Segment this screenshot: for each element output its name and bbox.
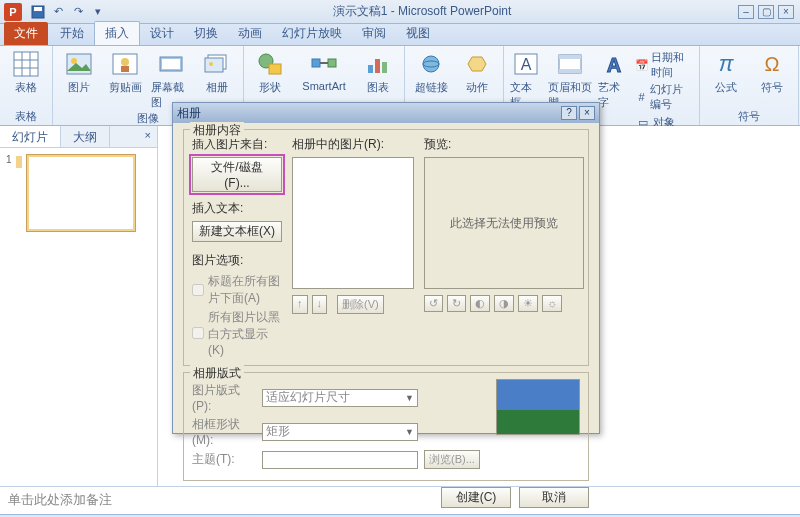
new-textbox-button[interactable]: 新建文本框(X) xyxy=(192,221,282,242)
picture-button[interactable]: 图片 xyxy=(59,50,99,95)
picture-icon xyxy=(65,50,93,78)
shapes-button[interactable]: 形状 xyxy=(250,50,290,95)
undo-icon[interactable]: ↶ xyxy=(50,4,66,20)
tab-animation[interactable]: 动画 xyxy=(228,22,272,45)
cancel-button[interactable]: 取消 xyxy=(519,487,589,508)
save-icon[interactable] xyxy=(30,4,46,20)
remove-button[interactable]: 删除(V) xyxy=(337,295,384,314)
symbol-icon: Ω xyxy=(758,50,786,78)
rotate-left-button[interactable]: ↺ xyxy=(424,295,443,312)
browse-button[interactable]: 浏览(B)... xyxy=(424,450,480,469)
datetime-icon: 📅 xyxy=(635,57,649,73)
textbox-button[interactable]: A文本框 xyxy=(510,50,542,110)
redo-icon[interactable]: ↷ xyxy=(70,4,86,20)
svg-text:A: A xyxy=(606,54,620,76)
slide-thumbnails: 1 xyxy=(0,148,157,486)
label: 图片选项: xyxy=(192,252,282,269)
tab-file[interactable]: 文件 xyxy=(4,22,48,45)
tab-home[interactable]: 开始 xyxy=(50,22,94,45)
minimize-button[interactable]: – xyxy=(738,5,754,19)
caption-checkbox[interactable]: 标题在所有图片下面(A) xyxy=(192,273,282,307)
dialog-title: 相册 xyxy=(177,105,201,122)
tab-insert[interactable]: 插入 xyxy=(94,21,140,45)
file-disk-button[interactable]: 文件/磁盘(F)... xyxy=(192,157,282,192)
group-legend: 相册版式 xyxy=(190,365,244,382)
album-dialog: 相册 ? × 相册内容 插入图片来自: 文件/磁盘(F)... 插入文本: 新建… xyxy=(172,102,600,434)
screenshot-icon xyxy=(157,50,185,78)
tab-outline[interactable]: 大纲 xyxy=(61,126,110,147)
chart-icon xyxy=(364,50,392,78)
group-label: 符号 xyxy=(706,108,792,125)
action-icon xyxy=(463,50,491,78)
brightness-down-button[interactable]: ☼ xyxy=(542,295,562,312)
group-legend: 相册内容 xyxy=(190,122,244,139)
dialog-help-button[interactable]: ? xyxy=(561,106,577,120)
tab-slideshow[interactable]: 幻灯片放映 xyxy=(272,22,352,45)
create-button[interactable]: 创建(C) xyxy=(441,487,511,508)
equation-icon: π xyxy=(712,50,740,78)
dialog-titlebar: 相册 ? × xyxy=(173,103,599,123)
slide-preview xyxy=(26,154,136,232)
label: 主题(T): xyxy=(192,451,256,468)
equation-button[interactable]: π公式 xyxy=(706,50,746,95)
datetime-button[interactable]: 📅日期和时间 xyxy=(635,50,693,80)
svg-rect-18 xyxy=(269,64,281,74)
svg-rect-2 xyxy=(14,52,38,76)
svg-rect-20 xyxy=(328,59,336,67)
svg-rect-15 xyxy=(205,58,223,72)
pane-close-icon[interactable]: × xyxy=(139,126,157,147)
headerfooter-button[interactable]: 页眉和页脚 xyxy=(548,50,592,110)
album-content-group: 相册内容 插入图片来自: 文件/磁盘(F)... 插入文本: 新建文本框(X) … xyxy=(183,129,589,366)
tab-review[interactable]: 审阅 xyxy=(352,22,396,45)
marker-icon xyxy=(16,156,22,168)
textbox-icon: A xyxy=(512,50,540,78)
slide-thumbnail-1[interactable]: 1 xyxy=(6,154,151,232)
svg-rect-1 xyxy=(34,7,42,11)
label: 相册中的图片(R): xyxy=(292,136,414,153)
slides-panel: 幻灯片 大纲 × 1 xyxy=(0,126,158,486)
label: 预览: xyxy=(424,136,584,153)
action-button[interactable]: 动作 xyxy=(457,50,497,95)
slidenum-icon: # xyxy=(635,89,648,105)
wordart-icon: A xyxy=(600,50,628,78)
move-up-button[interactable]: ↑ xyxy=(292,295,308,314)
symbol-button[interactable]: Ω符号 xyxy=(752,50,792,95)
hyperlink-button[interactable]: 超链接 xyxy=(411,50,451,95)
album-pictures-list[interactable] xyxy=(292,157,414,289)
tab-view[interactable]: 视图 xyxy=(396,22,440,45)
screenshot-button[interactable]: 屏幕截图 xyxy=(151,50,191,110)
brightness-up-button[interactable]: ☀ xyxy=(518,295,538,312)
clipart-button[interactable]: 剪贴画 xyxy=(105,50,145,95)
picture-layout-select[interactable]: 适应幻灯片尺寸▼ xyxy=(262,389,418,407)
frame-shape-select[interactable]: 矩形▼ xyxy=(262,423,418,441)
bw-checkbox[interactable]: 所有图片以黑白方式显示(K) xyxy=(192,309,282,357)
tab-design[interactable]: 设计 xyxy=(140,22,184,45)
contrast-down-button[interactable]: ◑ xyxy=(494,295,514,312)
theme-input[interactable] xyxy=(262,451,418,469)
contrast-up-button[interactable]: ◐ xyxy=(470,295,490,312)
rotate-right-button[interactable]: ↻ xyxy=(447,295,466,312)
slidenum-button[interactable]: #幻灯片编号 xyxy=(635,82,693,112)
qat-dropdown-icon[interactable]: ▾ xyxy=(90,4,106,20)
tab-slides[interactable]: 幻灯片 xyxy=(0,126,61,147)
close-button[interactable]: × xyxy=(778,5,794,19)
wordart-button[interactable]: A艺术字 xyxy=(598,50,630,110)
tab-transition[interactable]: 切换 xyxy=(184,22,228,45)
smartart-button[interactable]: SmartArt xyxy=(296,50,352,92)
window-controls: – ▢ × xyxy=(738,5,794,19)
restore-button[interactable]: ▢ xyxy=(758,5,774,19)
group-tables: 表格 表格 xyxy=(0,46,53,125)
svg-rect-13 xyxy=(162,59,180,69)
clipart-icon xyxy=(111,50,139,78)
chart-button[interactable]: 图表 xyxy=(358,50,398,95)
dialog-close-button[interactable]: × xyxy=(579,106,595,120)
table-button[interactable]: 表格 xyxy=(6,50,46,95)
move-down-button[interactable]: ↓ xyxy=(312,295,328,314)
label: 图片版式(P): xyxy=(192,382,256,413)
headerfooter-icon xyxy=(556,50,584,78)
svg-rect-22 xyxy=(375,59,380,73)
album-button[interactable]: 相册 xyxy=(197,50,237,95)
slide-number: 1 xyxy=(6,154,12,232)
svg-rect-30 xyxy=(559,69,581,73)
svg-rect-19 xyxy=(312,59,320,67)
